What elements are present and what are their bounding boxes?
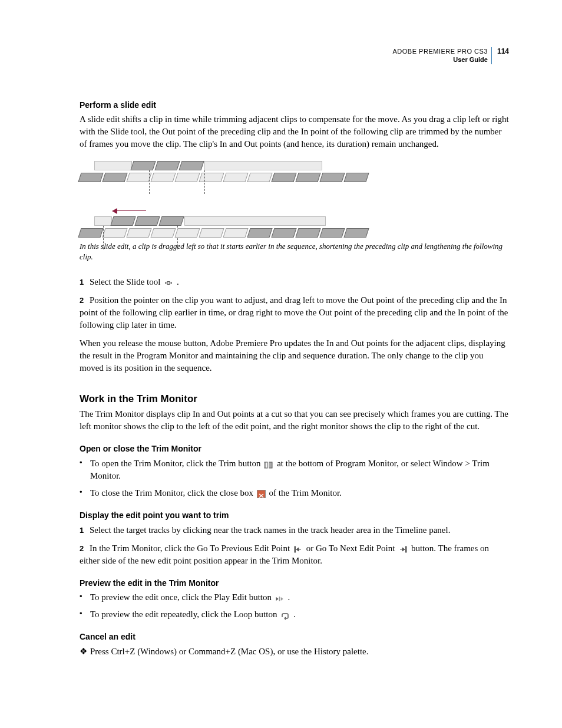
step-number: 1	[80, 278, 84, 286]
paragraph: A slide edit shifts a clip in time while…	[80, 113, 509, 150]
list-item: • To open the Trim Monitor, click the Tr…	[80, 457, 509, 482]
track-segment	[94, 216, 112, 226]
list-item: 1 Select the target tracks by clicking n…	[80, 524, 509, 536]
prev-edit-point-icon	[293, 545, 303, 553]
next-edit-point-icon	[398, 545, 408, 553]
close-box-icon	[257, 490, 266, 498]
list-item: ❖ Press Ctrl+Z (Windows) or Command+Z (M…	[80, 645, 509, 658]
loop-button-icon	[280, 611, 290, 620]
track-segment	[204, 161, 322, 170]
paragraph: The Trim Monitor displays clip In and Ou…	[80, 408, 509, 433]
trim-button-icon	[264, 460, 273, 469]
svg-rect-5	[279, 597, 280, 601]
guide-name: User Guide	[453, 56, 488, 63]
heading-preview-edit: Preview the edit in the Trim Monitor	[80, 578, 509, 589]
diamond-bullet-icon: ❖	[80, 645, 90, 658]
svg-rect-3	[295, 546, 296, 552]
step-number: 2	[80, 544, 84, 553]
arrow-left-icon	[112, 208, 146, 214]
list-item: • To close the Trim Monitor, click the c…	[80, 487, 509, 499]
page-header: ADOBE PREMIERE PRO CS3 User Guide 114	[80, 47, 509, 64]
figure-caption: In this slide edit, a clip is dragged le…	[80, 241, 509, 262]
list-item: 2 In the Trim Monitor, click the Go To P…	[80, 542, 509, 567]
list-item: • To preview the edit once, click the Pl…	[80, 591, 509, 604]
paragraph: When you release the mouse button, Adobe…	[80, 337, 509, 374]
list-item: • To preview the edit repeatedly, click …	[80, 608, 509, 621]
track-segment	[184, 216, 326, 226]
heading-work-trim-monitor: Work in the Trim Monitor	[80, 392, 509, 406]
svg-rect-4	[406, 546, 407, 552]
slide-tool-icon	[164, 278, 173, 286]
track-segment	[94, 161, 132, 170]
play-edit-icon	[275, 594, 285, 602]
svg-rect-0	[167, 282, 170, 285]
heading-display-edit-point: Display the edit point you want to trim	[80, 510, 509, 522]
heading-perform-slide-edit: Perform a slide edit	[80, 100, 509, 111]
step-number: 2	[80, 296, 84, 305]
product-name: ADOBE PREMIERE PRO CS3	[393, 48, 488, 55]
list-item: 1 Select the Slide tool .	[80, 276, 509, 288]
list-item: 2 Position the pointer on the clip you w…	[80, 294, 509, 331]
slide-edit-figure	[80, 160, 509, 238]
heading-open-close-trim: Open or close the Trim Monitor	[80, 443, 509, 455]
page-number: 114	[494, 47, 509, 57]
step-number: 1	[80, 526, 84, 535]
heading-cancel-edit: Cancel an edit	[80, 631, 509, 643]
